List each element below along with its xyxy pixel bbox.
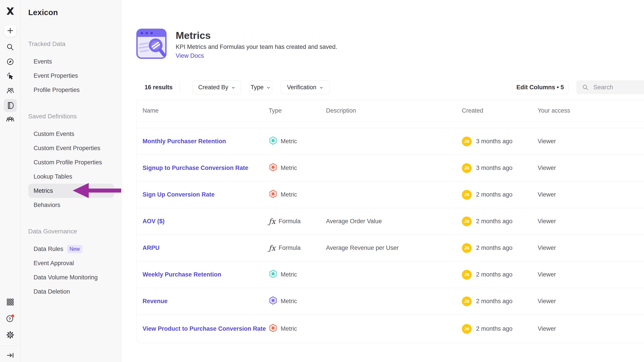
type-label: Metric: [281, 325, 297, 332]
type-filter-button[interactable]: Type: [249, 80, 272, 94]
cohorts-group-icon[interactable]: [6, 115, 15, 124]
metric-name-link[interactable]: Sign Up Conversion Rate: [142, 191, 214, 198]
table-row: Revenue Metric JB 2 months ago Viewer: [136, 288, 644, 315]
table-row: Weekly Purchase Retention Metric JB 2 mo…: [136, 261, 644, 288]
sidebar-section-label: Data Governance: [28, 224, 121, 238]
avatar: JB: [462, 243, 472, 253]
created-time: 2 months ago: [476, 271, 512, 278]
sidebar-item-profile-properties[interactable]: Profile Properties: [28, 83, 114, 97]
sidebar-item-data-rules[interactable]: Data Rules New: [28, 242, 114, 256]
active-icon-highlight: [4, 99, 17, 112]
sidebar-item-label: Profile Properties: [34, 87, 80, 94]
table-body: Monthly Purchaser Retention Metric JB 3 …: [136, 128, 644, 343]
sidebar-item-label: Events: [34, 58, 52, 65]
sidebar-item-behaviors[interactable]: Behaviors: [28, 198, 114, 212]
verification-filter-button[interactable]: Verification: [281, 80, 330, 94]
metric-name-link[interactable]: AOV ($): [142, 218, 164, 224]
created-time: 2 months ago: [476, 191, 512, 198]
column-header-your-access[interactable]: Your access: [538, 107, 644, 114]
results-count: 16 results: [144, 80, 172, 94]
metric-name-link[interactable]: Monthly Purchaser Retention: [142, 138, 226, 145]
toolbar-divider: [180, 81, 180, 93]
metric-name-link[interactable]: Revenue: [142, 298, 168, 305]
access-cell: Viewer: [538, 271, 644, 278]
sidebar-item-custom-profile-properties[interactable]: Custom Profile Properties: [28, 155, 114, 170]
lexicon-book-icon-active[interactable]: [4, 99, 17, 112]
table-row: Monthly Purchaser Retention Metric JB 3 …: [136, 128, 644, 155]
sidebar-item-label: Data Rules: [34, 246, 64, 252]
created-time: 2 months ago: [476, 244, 512, 251]
created-by-filter-label: Created By: [198, 84, 228, 91]
page-title: Metrics: [176, 30, 211, 41]
type-label: Metric: [281, 271, 297, 278]
sidebar-item-custom-events[interactable]: Custom Events: [28, 127, 114, 141]
created-by-filter-button[interactable]: Created By: [192, 80, 241, 94]
sidebar-item-metrics[interactable]: Metrics: [28, 184, 114, 198]
plus-icon[interactable]: [4, 24, 16, 37]
sidebar-item-lookup-tables[interactable]: Lookup Tables: [28, 170, 114, 184]
notification-dot: [11, 315, 14, 317]
svg-text:?: ?: [9, 317, 11, 321]
formula-fx-icon: ƒx: [269, 217, 276, 226]
search-nav-icon[interactable]: [6, 43, 15, 51]
metric-name-link[interactable]: Weekly Purchase Retention: [142, 271, 221, 278]
type-label: Metric: [281, 138, 297, 145]
search-box[interactable]: [576, 80, 644, 94]
column-header-description[interactable]: Description: [326, 107, 462, 114]
sidebar-item-label: Custom Event Properties: [34, 145, 100, 152]
table-row-partial: [136, 122, 644, 128]
type-label: Metric: [281, 191, 297, 198]
sidebar-sections: Tracked Data Events Event Properties Pro…: [21, 37, 121, 299]
column-header-created[interactable]: Created: [462, 107, 538, 114]
sidebar-item-label: Behaviors: [34, 202, 60, 208]
column-header-type[interactable]: Type: [269, 107, 326, 114]
sidebar-item-custom-event-properties[interactable]: Custom Event Properties: [28, 141, 114, 155]
metric-name-link[interactable]: ARPU: [142, 244, 160, 251]
new-badge: New: [67, 245, 82, 253]
verification-filter-label: Verification: [287, 84, 316, 91]
sidebar-item-data-volume-monitoring[interactable]: Data Volume Monitoring: [28, 270, 114, 285]
avatar: JB: [462, 324, 472, 334]
search-input[interactable]: [593, 83, 644, 91]
sidebar-section-label: Tracked Data: [28, 37, 121, 51]
metrics-table: Name Type Description Created Your acces…: [136, 100, 644, 343]
sidebar-item-label: Custom Profile Properties: [34, 159, 102, 166]
sidebar-item-label: Event Approval: [34, 260, 74, 267]
type-filter-label: Type: [250, 84, 264, 91]
metric-name-link[interactable]: View Product to Purchase Conversion Rate: [142, 325, 266, 332]
sidebar-section: Tracked Data Events Event Properties Pro…: [21, 37, 121, 97]
sidebar-item-label: Event Properties: [34, 72, 78, 79]
sidebar-item-event-approval[interactable]: Event Approval: [28, 256, 114, 270]
column-header-name[interactable]: Name: [136, 107, 269, 114]
edit-columns-button[interactable]: Edit Columns • 5: [512, 80, 568, 94]
type-label: Metric: [281, 298, 297, 305]
sidebar-item-label: Metrics: [34, 187, 53, 194]
avatar: JB: [462, 297, 472, 306]
icon-rail: ?: [0, 0, 21, 362]
collapse-rail-icon[interactable]: [6, 351, 15, 360]
sidebar-item-event-properties[interactable]: Event Properties: [28, 69, 114, 83]
create-plus-button[interactable]: [4, 24, 16, 37]
table-row: View Product to Purchase Conversion Rate…: [136, 315, 644, 343]
table-header-row: Name Type Description Created Your acces…: [136, 100, 644, 122]
sidebar-item-events[interactable]: Events: [28, 54, 114, 69]
table-row: ARPU ƒx Formula Average Revenue per User…: [136, 235, 644, 261]
users-icon[interactable]: [6, 86, 15, 95]
help-icon[interactable]: ?: [5, 314, 15, 323]
discover-compass-icon[interactable]: [6, 57, 15, 66]
metric-hexagon-icon: [269, 136, 278, 145]
sidebar-item-data-deletion[interactable]: Data Deletion: [28, 285, 114, 299]
metric-name-link[interactable]: Signup to Purchase Conversion Rate: [142, 165, 248, 171]
metrics-page-icon: [136, 28, 167, 60]
edit-columns-label: Edit Columns • 5: [516, 84, 564, 91]
access-cell: Viewer: [538, 165, 644, 172]
description-cell: Average Order Value: [326, 218, 462, 225]
events-cursor-icon[interactable]: [6, 71, 15, 80]
avatar: JB: [462, 270, 472, 280]
view-docs-link[interactable]: View Docs: [176, 52, 204, 59]
page-description: KPI Metrics and Formulas your team has c…: [176, 43, 337, 50]
apps-grid-icon[interactable]: [6, 298, 15, 307]
metric-hexagon-icon: [269, 163, 278, 172]
settings-gear-icon[interactable]: [6, 331, 15, 339]
avatar: JB: [462, 137, 472, 146]
